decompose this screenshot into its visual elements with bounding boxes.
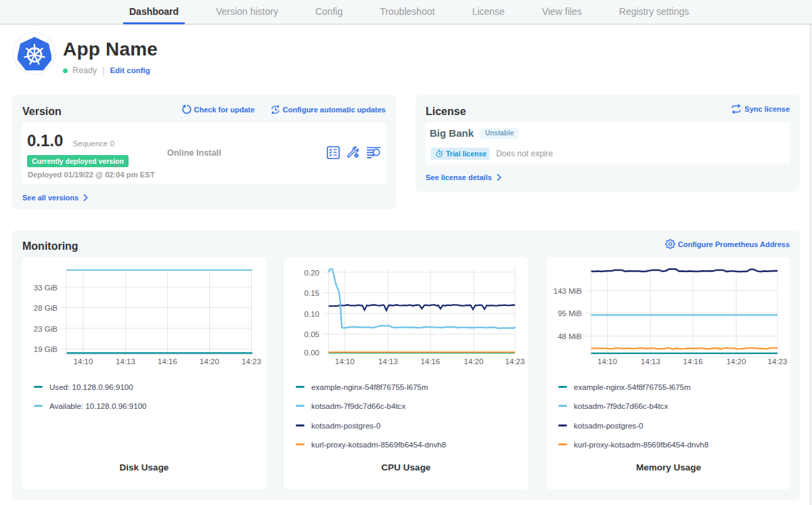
svg-text:0.10: 0.10 xyxy=(304,310,319,318)
svg-text:48 MiB: 48 MiB xyxy=(558,332,582,341)
svg-text:19 GiB: 19 GiB xyxy=(34,345,58,353)
svg-text:14:10: 14:10 xyxy=(597,357,617,366)
svg-text:14:23: 14:23 xyxy=(242,357,261,366)
svg-text:143 MiB: 143 MiB xyxy=(554,287,583,295)
svg-text:0.20: 0.20 xyxy=(304,269,319,277)
svg-text:14:23: 14:23 xyxy=(505,357,525,366)
svg-text:23 GiB: 23 GiB xyxy=(34,325,58,333)
svg-text:14:20: 14:20 xyxy=(727,357,746,366)
svg-text:14:13: 14:13 xyxy=(378,357,398,366)
svg-text:0.05: 0.05 xyxy=(304,330,319,338)
svg-text:14:16: 14:16 xyxy=(158,357,177,366)
svg-text:14:16: 14:16 xyxy=(421,357,441,366)
svg-text:14:23: 14:23 xyxy=(768,357,788,366)
svg-text:33 GiB: 33 GiB xyxy=(34,284,58,292)
svg-text:14:20: 14:20 xyxy=(464,357,484,366)
svg-text:14:20: 14:20 xyxy=(200,357,219,366)
svg-text:0.15: 0.15 xyxy=(304,289,319,297)
svg-text:14:16: 14:16 xyxy=(683,357,703,366)
svg-text:14:10: 14:10 xyxy=(74,357,93,366)
svg-text:14:13: 14:13 xyxy=(116,357,135,366)
svg-text:28 GiB: 28 GiB xyxy=(34,304,58,312)
svg-text:14:13: 14:13 xyxy=(641,357,660,366)
svg-text:14:10: 14:10 xyxy=(335,357,355,366)
svg-text:95 MiB: 95 MiB xyxy=(558,309,582,317)
svg-text:0.00: 0.00 xyxy=(304,349,319,357)
